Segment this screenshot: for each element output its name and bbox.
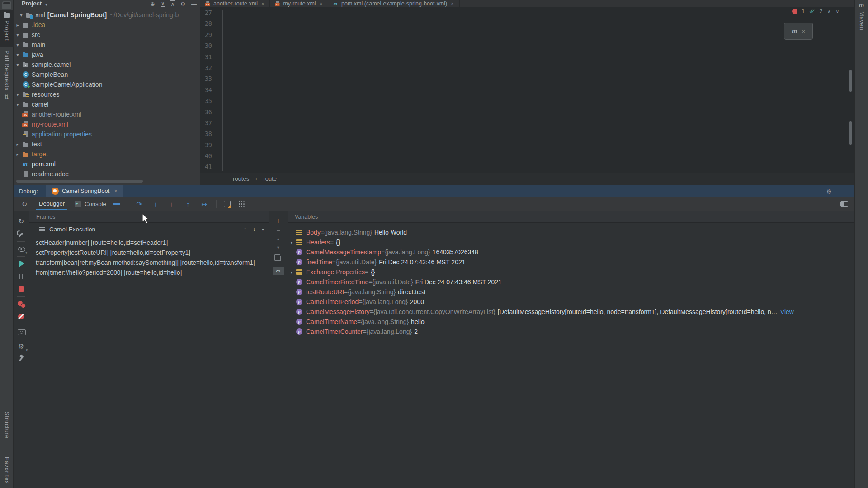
fold-gutter[interactable] [219, 107, 226, 117]
evaluate-expression-icon[interactable] [224, 201, 231, 207]
frame-up-icon[interactable]: ↑ [244, 226, 246, 232]
code-line[interactable]: 27 [200, 7, 854, 18]
variable-row[interactable]: testRouteURI = {java.lang.String} direct… [288, 287, 854, 297]
fold-gutter[interactable] [219, 140, 226, 150]
code-text[interactable] [226, 62, 854, 73]
breakpoint-gutter[interactable] [212, 107, 219, 117]
tree-row[interactable]: .idea [14, 20, 200, 30]
tree-chevron-icon[interactable] [14, 42, 22, 47]
line-number[interactable]: 30 [200, 40, 212, 51]
tree-row[interactable]: target [14, 149, 200, 159]
line-number[interactable]: 37 [200, 117, 212, 128]
fold-gutter[interactable] [219, 150, 226, 161]
duplicate-icon[interactable] [276, 256, 281, 261]
gear-icon[interactable]: ⚙ [826, 188, 832, 195]
layout-options-icon[interactable] [113, 202, 120, 206]
code-text[interactable] [226, 29, 854, 40]
code-text[interactable] [226, 52, 854, 62]
fold-gutter[interactable] [219, 128, 226, 139]
fold-gutter[interactable] [219, 52, 226, 62]
tree-row[interactable]: SampleBean [14, 70, 200, 80]
tree-row[interactable]: application.properties [14, 129, 200, 139]
code-line[interactable]: 34 [200, 84, 854, 95]
line-number[interactable]: 40 [200, 150, 212, 161]
step-into-icon[interactable]: ↓ [151, 200, 160, 208]
line-number[interactable]: 34 [200, 84, 212, 95]
eye-icon[interactable] [14, 243, 29, 255]
variable-row[interactable]: Body = {java.lang.String} Hello World [288, 227, 854, 237]
line-number[interactable]: 35 [200, 95, 212, 106]
code-text[interactable] [226, 84, 854, 95]
editor[interactable]: another-route.xml × my-route.xml × pom.x… [200, 0, 854, 185]
code-line[interactable]: 40 [200, 150, 854, 161]
tree-chevron-icon[interactable] [14, 62, 22, 67]
frame-row[interactable]: from[timer://hello?period=2000] [route=h… [29, 268, 269, 278]
breakpoint-gutter[interactable] [212, 73, 219, 84]
frame-down-icon[interactable]: ↓ [253, 226, 255, 232]
breakpoint-gutter[interactable] [212, 7, 219, 18]
line-number[interactable]: 29 [200, 29, 212, 40]
breakpoint-gutter[interactable] [212, 52, 219, 62]
expand-all-icon[interactable]: ∨ [161, 0, 165, 7]
tree-row[interactable]: readme.adoc [14, 169, 200, 179]
inspection-widget[interactable]: 1 ✓✓ 2 ∧ ∨ [792, 8, 839, 14]
fold-gutter[interactable] [219, 73, 226, 84]
sidebar-item-structure[interactable]: Structure [0, 409, 14, 441]
line-number[interactable]: 39 [200, 140, 212, 150]
line-number[interactable]: 41 [200, 161, 212, 172]
code-text[interactable] [226, 150, 854, 161]
camera-icon[interactable] [14, 326, 29, 338]
minimize-icon[interactable]: — [841, 188, 847, 195]
code-line[interactable]: 41 [200, 161, 854, 172]
code-text[interactable] [226, 73, 854, 84]
variable-row[interactable]: CamelMessageHistory = {java.util.concurr… [288, 307, 854, 317]
stop-icon[interactable] [14, 283, 29, 295]
rerun-icon[interactable]: ↻ [20, 200, 29, 208]
variable-row[interactable]: CamelTimerCounter = {java.lang.Long} 2 [288, 327, 854, 337]
line-number[interactable]: 33 [200, 73, 212, 84]
code-text[interactable] [226, 107, 854, 117]
tree-chevron-icon[interactable] [14, 23, 22, 28]
close-icon[interactable]: × [320, 1, 322, 6]
rerun-debug-icon[interactable]: ↻ [14, 216, 29, 227]
pause-icon[interactable] [14, 271, 29, 282]
sidebar-item-project[interactable]: Project [0, 10, 14, 47]
tree-chevron-icon[interactable] [14, 92, 22, 97]
fold-gutter[interactable] [219, 95, 226, 106]
breadcrumb-item[interactable]: routes [233, 175, 249, 182]
breakpoint-gutter[interactable] [212, 150, 219, 161]
tree-chevron-icon[interactable] [14, 102, 22, 107]
thread-dropdown-icon[interactable]: ▾ [262, 227, 264, 232]
code-line[interactable]: 35 [200, 95, 854, 106]
run-to-cursor-icon[interactable]: ↦ [200, 200, 209, 208]
step-over-icon[interactable]: ↷ [135, 200, 144, 208]
variable-row[interactable]: firedTime = {java.util.Date} Fri Dec 24 … [288, 257, 854, 267]
locate-file-icon[interactable]: ⊕ [151, 1, 155, 7]
code-area[interactable]: 27 28 29 30 [200, 7, 854, 173]
editor-tab[interactable]: pom.xml (camel-example-spring-boot-xml) … [328, 0, 460, 7]
code-text[interactable] [226, 117, 854, 128]
line-number[interactable]: 28 [200, 18, 212, 29]
fold-gutter[interactable] [219, 7, 226, 18]
maven-reload-popup[interactable]: m × [784, 23, 813, 40]
tree-chevron-icon[interactable] [14, 52, 22, 57]
code-line[interactable]: 28 [200, 18, 854, 29]
breakpoint-gutter[interactable] [212, 29, 219, 40]
variable-row[interactable]: ▾ Headers = {} [288, 237, 854, 247]
code-text[interactable] [226, 95, 854, 106]
resume-icon[interactable] [14, 258, 29, 270]
tab-debugger[interactable]: Debugger [36, 198, 67, 210]
close-icon[interactable]: × [114, 188, 117, 194]
tree-row[interactable]: java [14, 50, 200, 60]
tree-row[interactable]: camel [14, 99, 200, 109]
variable-chevron-icon[interactable]: ▾ [288, 270, 295, 275]
tree-row[interactable]: main [14, 40, 200, 50]
variable-row[interactable]: CamelTimerFiredTime = {java.util.Date} F… [288, 277, 854, 287]
code-line[interactable]: 33 [200, 73, 854, 84]
variable-row[interactable]: CamelTimerPeriod = {java.lang.Long} 2000 [288, 297, 854, 307]
fold-gutter[interactable] [219, 29, 226, 40]
grid-icon[interactable] [239, 201, 240, 202]
breakpoint-gutter[interactable] [212, 117, 219, 128]
code-line[interactable]: 32 [200, 62, 854, 73]
code-line[interactable]: 38 [200, 128, 854, 139]
